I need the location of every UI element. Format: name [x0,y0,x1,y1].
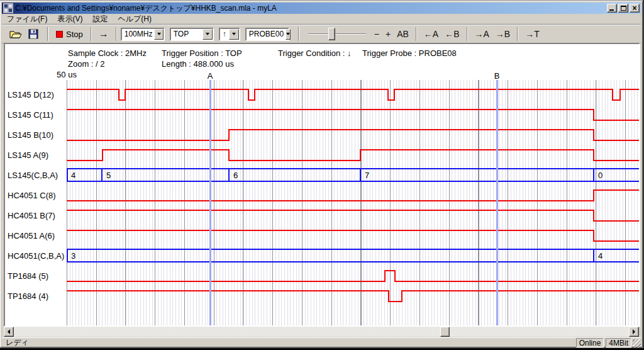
zoom-slider[interactable] [308,27,366,41]
zoom-slider-track[interactable] [308,33,366,35]
channel-label: LS145 C(11) [8,110,65,121]
bus-value: 5 [106,171,111,180]
save-file-button[interactable] [26,28,41,40]
digital-waveform [67,190,639,201]
stop-icon [56,31,63,38]
menu-view[interactable]: 表示(V) [52,13,87,25]
zoom-info: Zoom : / 2 [68,59,105,69]
channel-label: LS145 D(12) [8,89,65,101]
probe-select[interactable]: PROBE00 [245,28,289,41]
zoom-slider-thumb[interactable] [328,28,335,40]
resize-grip[interactable] [633,339,641,347]
titlebar: C:¥Documents and Settings¥noname¥デスクトップ¥… [2,3,641,14]
digital-waveform [67,130,639,140]
zoom-in-button[interactable]: + [382,28,394,40]
time-division-label: 50 us [49,70,84,79]
run-button[interactable]: → [96,28,112,40]
menu-settings[interactable]: 設定 [87,13,113,25]
statusbar: レディ Online 4MBit [2,337,641,347]
maximize-button[interactable] [618,4,628,13]
sample-clock-info: Sample Clock : 2MHz [68,48,147,58]
channel-label: HC4051 A(6) [8,230,65,242]
window-title: C:¥Documents and Settings¥noname¥デスクトップ¥… [15,3,607,14]
minimize-icon [609,9,614,11]
channel-label: LS145 A(9) [8,150,65,161]
channel-label: LS145(C,B,A) [8,170,65,181]
trigger-position-select[interactable]: TOP [170,28,214,41]
bus-value: 7 [365,171,369,180]
stop-button[interactable]: Stop [52,29,87,40]
scroll-right-button[interactable] [629,327,639,337]
sample-rate-value: 100MHz [122,29,155,40]
probe-value: PROBE00 [247,29,286,40]
horizontal-scrollbar[interactable] [4,327,639,337]
toolbar-separator [91,27,92,41]
menu-file[interactable]: ファイル(F) [2,13,52,25]
chevron-down-icon[interactable] [203,29,213,40]
bus-waveform [67,249,639,262]
open-folder-icon [9,29,22,39]
marker-b-label[interactable]: B [493,72,501,81]
goto-marker-b-right-button[interactable]: →B [492,28,513,40]
menu-help[interactable]: ヘルプ(H) [113,13,157,25]
window-controls [607,4,640,13]
bus-value: 3 [71,251,75,261]
zoom-out-button[interactable]: − [371,28,382,40]
trigger-position-info: Trigger Position : TOP [162,48,242,58]
bus-value: 4 [598,251,602,261]
close-button[interactable] [630,4,640,13]
minimize-button[interactable] [607,4,617,13]
open-file-button[interactable] [8,28,23,40]
stop-label: Stop [66,30,83,39]
trigger-probe-info: Trigger Probe : PROBE08 [362,48,457,58]
digital-waveform [67,210,639,221]
channel-label: HC4051 C(8) [8,190,65,201]
toolbar-separator [416,27,417,41]
digital-waveform [67,89,639,100]
toolbar: Stop → 100MHz TOP ↑ PROBE00 − + AB ←A [2,25,641,43]
status-online-badge: Online [576,338,604,347]
app-icon [3,3,13,13]
bus-value: 0 [598,171,602,180]
ab-range-button[interactable]: AB [394,28,412,40]
status-text: レディ [6,337,574,348]
digital-waveform [67,110,639,120]
length-info: Length : 488.000 us [162,59,234,69]
chevron-down-icon[interactable] [154,29,163,40]
scroll-left-icon [5,329,10,334]
goto-marker-a-left-button[interactable]: ←A [421,28,441,40]
digital-waveform [67,230,639,241]
chevron-down-icon[interactable] [286,29,291,40]
scrollbar-thumb[interactable] [440,327,450,337]
digital-waveform [67,150,639,161]
bus-value: 4 [71,171,75,180]
bus-value: 6 [233,171,238,180]
channel-label: TP1684 (4) [8,291,65,302]
status-memory-badge: 4MBit [606,338,631,347]
client-area: Sample Clock : 2MHz Trigger Position : T… [4,43,640,327]
trigger-position-value: TOP [171,29,203,40]
scroll-right-icon [633,329,638,334]
toolbar-separator [467,27,468,41]
app-window: C:¥Documents and Settings¥noname¥デスクトップ¥… [0,1,643,347]
toolbar-separator [298,27,299,41]
scroll-left-button[interactable] [4,327,14,337]
channel-label: TP1684 (5) [8,271,65,282]
goto-marker-a-right-button[interactable]: →A [472,28,492,40]
waveform-plot[interactable]: 4567034 [67,80,639,325]
goto-marker-b-left-button[interactable]: ←B [441,28,462,40]
maximize-icon [621,6,626,11]
toolbar-separator [116,27,117,41]
chevron-down-icon[interactable] [229,29,239,40]
digital-waveform [67,291,639,302]
trigger-edge-select[interactable]: ↑ [219,28,240,41]
toolbar-separator [47,27,48,41]
digital-waveform [67,271,639,281]
goto-trigger-button[interactable]: →T [522,28,543,40]
toolbar-separator [517,27,518,41]
floppy-disk-icon [28,29,38,39]
trigger-condition-info: Trigger Condition : ↓ [278,48,352,58]
marker-a-label[interactable]: A [206,72,214,81]
sample-rate-select[interactable]: 100MHz [121,28,165,41]
trigger-edge-value: ↑ [220,29,229,40]
